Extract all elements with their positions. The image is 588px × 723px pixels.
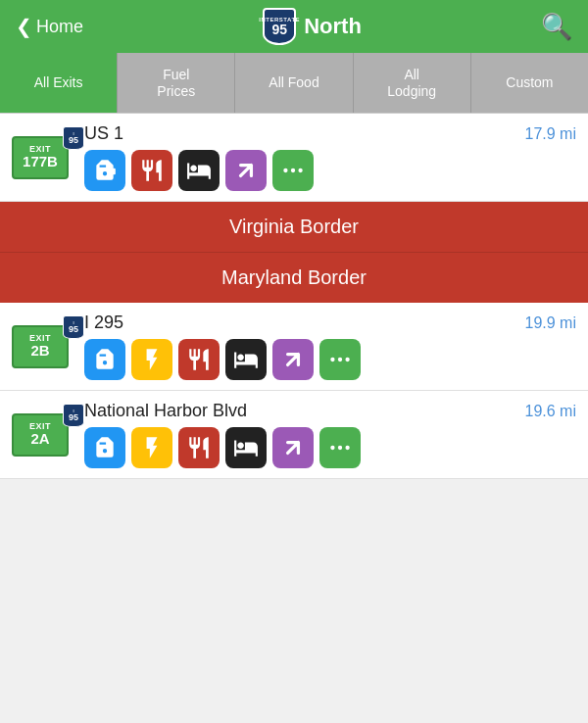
arrow-icon-button[interactable] [272,427,314,468]
exit-sign-wrap: EXIT 2B I 95 [12,325,74,368]
exit-name-row: National Harbor Blvd 19.6 mi [84,401,576,421]
exit-distance: 17.9 mi [525,125,576,143]
fuel-icon-button[interactable] [84,150,125,191]
exit-distance: 19.6 mi [525,403,576,420]
fuel-icon [92,435,118,460]
exit-number: 2A [30,431,49,448]
electric-icon-button[interactable] [131,339,172,380]
lodging-icon-button[interactable] [225,427,267,468]
exit-row[interactable]: EXIT 2A I 95 National Harbor Blvd 19.6 m… [0,391,588,479]
more-icon [280,158,306,183]
shield-number: 95 [271,23,287,36]
more-icon-button[interactable] [319,339,361,380]
exit-shield-badge: I 95 [63,404,84,427]
tab-all-exits-label: All Exits [34,74,83,91]
exit-sign-wrap: EXIT 177B I 95 [12,136,74,179]
exit-list: EXIT 177B I 95 US 1 17.9 mi [0,114,588,479]
exit-row[interactable]: EXIT 2B I 95 I 295 19.9 mi [0,303,588,391]
svg-rect-0 [113,169,116,175]
exit-shield-badge: I 95 [63,126,84,150]
more-icon-button[interactable] [319,427,361,468]
tab-bar: All Exits FuelPrices All Food AllLodging… [0,53,588,114]
exit-sign: EXIT 177B [12,136,69,179]
fuel-icon [92,347,118,372]
tab-all-exits[interactable]: All Exits [0,53,118,113]
fuel-icon-button[interactable] [84,427,125,468]
tab-custom-label: Custom [506,74,553,91]
header-center: INTERSTATE 95 North [263,8,362,45]
arrow-icon [280,435,306,460]
tab-all-food[interactable]: All Food [235,53,353,113]
food-icon-button[interactable] [131,150,172,191]
food-icon [186,435,212,460]
tab-custom[interactable]: Custom [471,53,588,113]
exit-name: National Harbor Blvd [84,401,247,421]
exit-sign: EXIT 2B [12,325,69,368]
arrow-icon [233,158,259,183]
electric-icon [139,347,165,372]
exit-number: 2B [30,343,49,360]
electric-icon [139,435,165,460]
fuel-icon [92,158,118,183]
lodging-icon [233,347,259,372]
search-icon: 🔍 [541,12,572,41]
interstate-shield: INTERSTATE 95 [263,8,296,45]
exit-name: I 295 [84,313,123,333]
arrow-icon-button[interactable] [272,339,314,380]
exit-sign: EXIT 2A [12,413,69,457]
arrow-icon [280,347,306,372]
food-icon-button[interactable] [178,339,220,380]
maryland-border-label: Maryland Border [221,266,367,288]
exit-info: National Harbor Blvd 19.6 mi [84,401,576,468]
search-button[interactable]: 🔍 [541,12,572,42]
maryland-border-banner: Maryland Border [0,252,588,303]
tab-fuel-prices[interactable]: FuelPrices [118,53,235,113]
arrow-icon-button[interactable] [225,150,267,191]
icon-row [84,427,576,468]
lodging-icon-button[interactable] [225,339,267,380]
svg-point-4 [330,358,334,362]
svg-point-5 [338,358,342,362]
svg-point-3 [298,169,302,172]
virginia-border-banner: Virginia Border [0,202,588,252]
header: Home INTERSTATE 95 North 🔍 [0,0,588,53]
svg-point-6 [345,358,349,362]
svg-point-2 [291,169,295,172]
electric-icon-button[interactable] [131,427,172,468]
exit-row[interactable]: EXIT 177B I 95 US 1 17.9 mi [0,114,588,202]
virginia-border-label: Virginia Border [229,216,359,237]
tab-all-food-label: All Food [269,74,318,91]
back-label: Home [36,17,83,37]
exit-number: 177B [23,154,58,170]
header-title: North [304,14,362,39]
lodging-icon [233,435,259,460]
exit-sign-wrap: EXIT 2A I 95 [12,413,74,457]
lodging-icon-button[interactable] [178,150,220,191]
tab-all-lodging-label: AllLodging [387,67,436,100]
exit-name: US 1 [84,123,123,144]
food-icon-button[interactable] [178,427,220,468]
more-icon [327,435,353,460]
chevron-left-icon [16,15,32,38]
svg-point-8 [338,446,342,450]
svg-point-1 [283,169,287,172]
food-icon [139,158,165,183]
exit-shield-badge: I 95 [63,315,84,339]
exit-info: US 1 17.9 mi [84,123,576,191]
svg-point-9 [345,446,349,450]
more-icon [327,347,353,372]
exit-info: I 295 19.9 mi [84,313,576,380]
tab-all-lodging[interactable]: AllLodging [354,53,471,113]
food-icon [186,347,212,372]
svg-point-7 [330,446,334,450]
icon-row [84,339,576,380]
fuel-icon-button[interactable] [84,339,125,380]
icon-row [84,150,576,191]
more-icon-button[interactable] [272,150,314,191]
lodging-icon [186,158,212,183]
exit-name-row: I 295 19.9 mi [84,313,576,333]
tab-fuel-prices-label: FuelPrices [157,67,195,100]
exit-distance: 19.9 mi [525,314,576,332]
back-button[interactable]: Home [16,15,83,38]
exit-name-row: US 1 17.9 mi [84,123,576,144]
